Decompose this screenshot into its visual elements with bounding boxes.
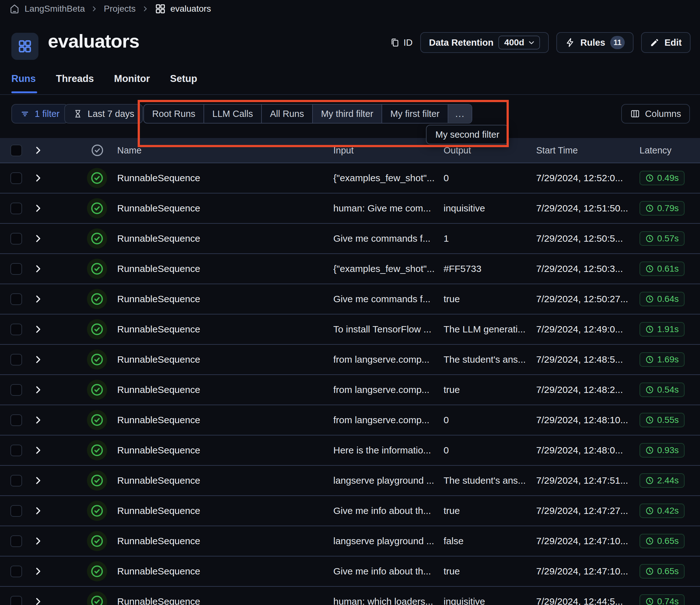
clock-icon bbox=[645, 506, 654, 515]
columns-button[interactable]: Columns bbox=[621, 104, 690, 123]
latency-badge: 0.49s bbox=[640, 171, 684, 185]
table-row[interactable]: RunnableSequence Give me info about th..… bbox=[0, 556, 700, 587]
row-checkbox[interactable] bbox=[10, 202, 22, 214]
table-row[interactable]: RunnableSequence To install TensorFlow .… bbox=[0, 314, 700, 345]
table-row[interactable]: RunnableSequence from langserve.comp... … bbox=[0, 345, 700, 375]
latency-value: 0.61s bbox=[657, 264, 679, 274]
row-checkbox[interactable] bbox=[10, 172, 22, 184]
table-row[interactable]: RunnableSequence Give me commands f... t… bbox=[0, 284, 700, 314]
tab-runs[interactable]: Runs bbox=[11, 73, 36, 93]
row-expand-chevron-icon[interactable] bbox=[33, 173, 58, 184]
status-success-icon bbox=[87, 319, 107, 339]
row-expand-chevron-icon[interactable] bbox=[33, 233, 58, 244]
row-expand-chevron-icon[interactable] bbox=[33, 324, 58, 335]
status-success-icon bbox=[87, 228, 107, 249]
table-row[interactable]: RunnableSequence from langserve.comp... … bbox=[0, 405, 700, 435]
row-checkbox[interactable] bbox=[10, 505, 22, 517]
row-expand-chevron-icon[interactable] bbox=[33, 415, 58, 426]
column-header-name[interactable]: Name bbox=[117, 145, 333, 156]
row-checkbox[interactable] bbox=[10, 233, 22, 244]
filter-chip-more-button[interactable]: ... bbox=[448, 105, 472, 123]
column-header-latency[interactable]: Latency bbox=[640, 145, 700, 156]
row-checkbox[interactable] bbox=[10, 444, 22, 456]
row-expand-chevron-icon[interactable] bbox=[33, 354, 58, 365]
table-row[interactable]: RunnableSequence {"examples_few_shot"...… bbox=[0, 254, 700, 284]
row-expand-chevron-icon[interactable] bbox=[33, 505, 58, 516]
table-row[interactable]: RunnableSequence Give me info about th..… bbox=[0, 496, 700, 526]
tab-threads[interactable]: Threads bbox=[56, 73, 94, 93]
row-expand-chevron-icon[interactable] bbox=[33, 445, 58, 456]
table-row[interactable]: RunnableSequence human: Give me com... i… bbox=[0, 193, 700, 224]
run-input: Give me info about th... bbox=[333, 505, 444, 516]
tab-setup[interactable]: Setup bbox=[170, 73, 197, 93]
select-all-checkbox[interactable] bbox=[10, 145, 22, 156]
tab-monitor[interactable]: Monitor bbox=[114, 73, 150, 93]
grid-icon bbox=[17, 39, 32, 54]
filter-chip-root-runs[interactable]: Root Runs bbox=[144, 105, 204, 123]
table-row[interactable]: RunnableSequence Here is the informatio.… bbox=[0, 435, 700, 466]
clock-icon bbox=[645, 476, 654, 485]
clock-icon bbox=[645, 446, 654, 455]
column-header-input[interactable]: Input bbox=[333, 145, 444, 156]
run-output: inquisitive bbox=[444, 203, 536, 214]
status-success-icon bbox=[87, 591, 107, 605]
row-expand-chevron-icon[interactable] bbox=[33, 384, 58, 395]
copy-id-button[interactable]: ID bbox=[390, 38, 413, 48]
table-row[interactable]: RunnableSequence langserve playground ..… bbox=[0, 526, 700, 556]
row-checkbox[interactable] bbox=[10, 263, 22, 275]
row-checkbox[interactable] bbox=[10, 565, 22, 577]
row-expand-chevron-icon[interactable] bbox=[33, 475, 58, 486]
row-checkbox[interactable] bbox=[10, 414, 22, 426]
filter-count-button[interactable]: 1 filter bbox=[11, 104, 68, 123]
row-checkbox[interactable] bbox=[10, 323, 22, 335]
run-name: RunnableSequence bbox=[117, 233, 333, 244]
table-row[interactable]: RunnableSequence {"examples_few_shot"...… bbox=[0, 163, 700, 193]
run-input: Give me commands f... bbox=[333, 233, 444, 244]
edit-button[interactable]: Edit bbox=[641, 32, 691, 53]
run-input: Give me commands f... bbox=[333, 294, 444, 305]
data-retention-value-pill[interactable]: 400d bbox=[498, 35, 540, 49]
filter-bar: 1 filter Last 7 days Root Runs LLM Calls… bbox=[0, 104, 700, 123]
table-row[interactable]: RunnableSequence from langserve.comp... … bbox=[0, 375, 700, 405]
filter-chip-my-third-filter[interactable]: My third filter bbox=[313, 105, 382, 123]
column-header-output[interactable]: Output bbox=[444, 145, 536, 156]
latency-badge: 0.65s bbox=[640, 534, 684, 548]
breadcrumb: LangSmithBeta Projects evaluators bbox=[9, 3, 211, 15]
row-checkbox[interactable] bbox=[10, 293, 22, 305]
status-success-icon bbox=[87, 168, 107, 188]
row-expand-chevron-icon[interactable] bbox=[33, 203, 58, 214]
filter-chip-my-first-filter[interactable]: My first filter bbox=[382, 105, 448, 123]
breadcrumb-home[interactable]: LangSmithBeta bbox=[9, 3, 85, 15]
rules-count-badge: 11 bbox=[610, 36, 625, 49]
status-success-icon bbox=[87, 349, 107, 370]
row-expand-chevron-icon[interactable] bbox=[33, 536, 58, 547]
row-checkbox[interactable] bbox=[10, 596, 22, 605]
clock-icon bbox=[645, 174, 654, 183]
run-name: RunnableSequence bbox=[117, 203, 333, 214]
latency-value: 0.54s bbox=[657, 385, 679, 395]
filter-chip-all-runs[interactable]: All Runs bbox=[262, 105, 313, 123]
row-checkbox[interactable] bbox=[10, 384, 22, 396]
row-expand-chevron-icon[interactable] bbox=[33, 566, 58, 577]
row-checkbox[interactable] bbox=[10, 354, 22, 365]
run-input: from langserve.comp... bbox=[333, 384, 444, 395]
row-expand-chevron-icon[interactable] bbox=[33, 294, 58, 305]
run-output: true bbox=[444, 384, 536, 395]
rules-button[interactable]: Rules 11 bbox=[556, 32, 633, 53]
data-retention-button[interactable]: Data Retention 400d bbox=[420, 32, 549, 53]
expand-all-chevron-icon[interactable] bbox=[33, 145, 58, 156]
column-header-start-time[interactable]: Start Time bbox=[536, 145, 640, 156]
row-checkbox[interactable] bbox=[10, 535, 22, 547]
table-row[interactable]: RunnableSequence Give me commands f... 1… bbox=[0, 224, 700, 254]
breadcrumb-current[interactable]: evaluators bbox=[155, 3, 211, 15]
row-checkbox[interactable] bbox=[10, 475, 22, 486]
row-expand-chevron-icon[interactable] bbox=[33, 263, 58, 274]
table-row[interactable]: RunnableSequence langserve playground ..… bbox=[0, 466, 700, 496]
filter-chip-llm-calls[interactable]: LLM Calls bbox=[204, 105, 262, 123]
row-expand-chevron-icon[interactable] bbox=[33, 596, 58, 605]
breadcrumb-projects[interactable]: Projects bbox=[104, 4, 135, 14]
date-range-button[interactable]: Last 7 days bbox=[64, 104, 143, 123]
table-row[interactable]: RunnableSequence human: which loaders...… bbox=[0, 587, 700, 605]
menu-item-my-second-filter[interactable]: My second filter bbox=[426, 125, 509, 144]
run-start-time: 7/29/2024, 12:48:0... bbox=[536, 445, 640, 456]
